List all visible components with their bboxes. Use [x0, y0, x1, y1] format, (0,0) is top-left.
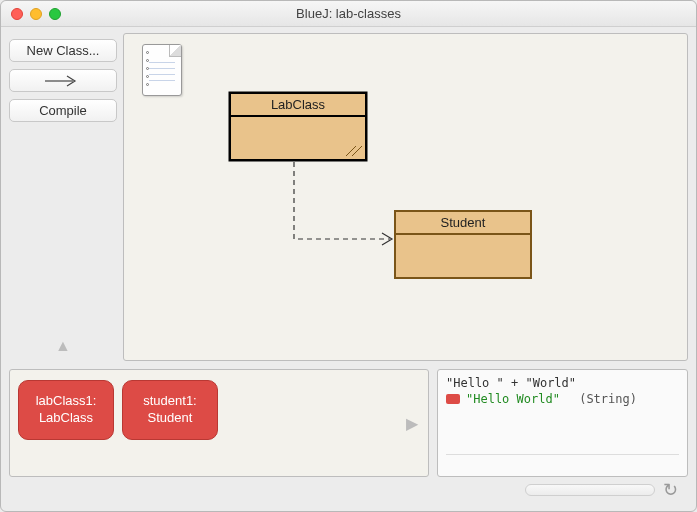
toolbar-sidebar: New Class... Compile ▲ [9, 33, 117, 361]
bluej-window: BlueJ: lab-classes New Class... Compile … [0, 0, 697, 512]
object-instance-student1[interactable]: student1: Student [122, 380, 218, 440]
dependency-arrow-icon [124, 34, 687, 360]
titlebar[interactable]: BlueJ: lab-classes [1, 1, 696, 27]
run-again-icon[interactable]: ↻ [663, 479, 678, 501]
window-title: BlueJ: lab-classes [1, 6, 696, 21]
object-result-icon[interactable] [446, 394, 460, 404]
class-diagram-area[interactable]: LabClass Student [123, 33, 688, 361]
codepad-panel[interactable]: "Hello " + "World" "Hello World" (String… [437, 369, 688, 477]
codepad-result-type: (String) [579, 392, 637, 406]
readme-file-icon[interactable] [142, 44, 182, 96]
class-name-label: Student [396, 212, 530, 235]
codepad-input[interactable] [446, 454, 679, 474]
object-bench[interactable]: labClass1: LabClass student1: Student ▶ [9, 369, 429, 477]
class-name-label: LabClass [231, 94, 365, 117]
codepad-expression: "Hello " + "World" [446, 376, 679, 390]
hatch-decoration-icon [346, 146, 362, 156]
progress-bar [525, 484, 655, 496]
status-bar: ↻ [9, 477, 688, 503]
expand-bench-icon[interactable]: ▶ [406, 414, 418, 433]
object-name: labClass1: [36, 393, 97, 410]
new-class-button[interactable]: New Class... [9, 39, 117, 62]
codepad-result-line: "Hello World" (String) [446, 392, 679, 406]
object-class: LabClass [39, 410, 93, 427]
svg-line-2 [352, 146, 362, 156]
object-instance-labclass1[interactable]: labClass1: LabClass [18, 380, 114, 440]
svg-line-1 [346, 146, 356, 156]
object-class: Student [148, 410, 193, 427]
class-box-labclass[interactable]: LabClass [229, 92, 367, 161]
arrow-icon [43, 75, 83, 87]
compile-button[interactable]: Compile [9, 99, 117, 122]
dependency-arrow-button[interactable] [9, 69, 117, 92]
class-box-student[interactable]: Student [394, 210, 532, 279]
object-name: student1: [143, 393, 197, 410]
codepad-result-value: "Hello World" [466, 392, 560, 406]
collapse-sidebar-icon[interactable]: ▲ [9, 337, 117, 361]
